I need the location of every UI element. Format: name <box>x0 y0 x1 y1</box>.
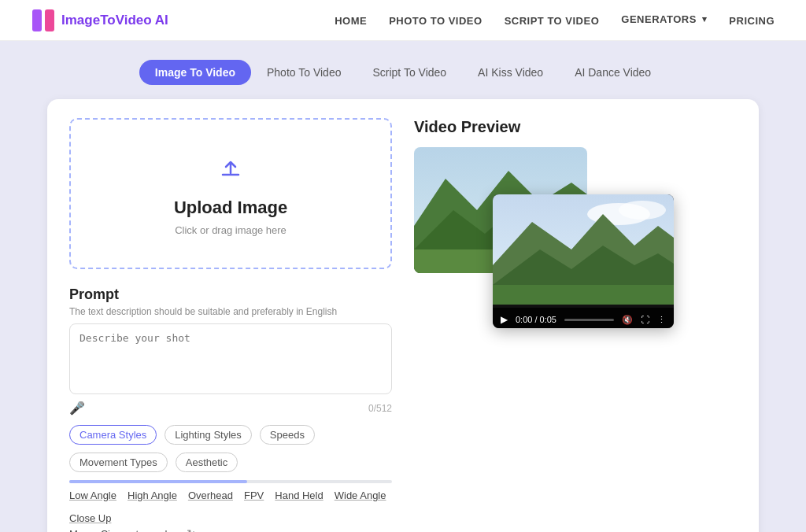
chevron-down-icon: ▾ <box>702 14 708 24</box>
option-low-angle[interactable]: Low Angle <box>69 490 116 501</box>
style-tab-lighting[interactable]: Lighting Styles <box>165 425 252 445</box>
main-area: Image To Video Photo To Video Script To … <box>0 41 806 532</box>
style-tab-camera[interactable]: Camera Styles <box>69 425 157 445</box>
video-preview-area: ▶ 0:00 / 0:05 🔇 ⛶ ⋮ <box>414 147 737 532</box>
prompt-section: Prompt The text description should be su… <box>69 286 392 416</box>
tab-image-to-video[interactable]: Image To Video <box>139 60 251 85</box>
upload-area[interactable]: Upload Image Click or drag image here <box>69 118 392 269</box>
tab-script-to-video[interactable]: Script To Video <box>357 60 462 85</box>
nav-links: HOME PHOTO TO VIDEO SCRIPT TO VIDEO GENE… <box>335 13 775 28</box>
video-preview-title: Video Preview <box>414 118 737 136</box>
left-panel: Upload Image Click or drag image here Pr… <box>69 118 392 532</box>
logo-text: ImageToVideo AI <box>61 13 168 28</box>
prompt-hint: The text description should be suitable … <box>69 306 392 317</box>
tab-ai-dance-video[interactable]: AI Dance Video <box>559 60 667 85</box>
refresh-icon[interactable]: ↻ <box>187 527 196 532</box>
nav-photo-to-video[interactable]: PHOTO TO VIDEO <box>389 15 482 27</box>
nav-pricing[interactable]: PRICING <box>729 15 775 27</box>
option-fpv[interactable]: FPV <box>244 490 264 501</box>
style-tabs: Camera Styles Lighting Styles Speeds Mov… <box>69 425 392 472</box>
video-controls: ▶ 0:00 / 0:05 🔇 ⛶ ⋮ <box>493 308 674 328</box>
more-options-icon[interactable]: ⋮ <box>657 315 666 325</box>
fullscreen-icon[interactable]: ⛶ <box>641 315 649 324</box>
mic-icon[interactable]: 🎤 <box>69 401 85 416</box>
option-overhead[interactable]: Overhead <box>188 490 233 501</box>
option-high-angle[interactable]: High Angle <box>128 490 177 501</box>
tab-photo-to-video[interactable]: Photo To Video <box>251 60 357 85</box>
option-wide-angle[interactable]: Wide Angle <box>335 490 386 501</box>
prompt-title: Prompt <box>69 286 392 303</box>
tab-ai-kiss-video[interactable]: AI Kiss Video <box>462 60 559 85</box>
svg-point-8 <box>619 201 666 220</box>
style-scroll-bar <box>69 480 392 483</box>
camera-options-row2: Macro Cinematography ↻ <box>69 527 392 532</box>
style-tab-aesthetic[interactable]: Aesthetic <box>176 453 238 472</box>
nav-generators[interactable]: GENERATORS ▾ <box>621 13 707 25</box>
prompt-input[interactable] <box>69 323 392 394</box>
prompt-footer: 🎤 0/512 <box>69 401 392 416</box>
option-close-up[interactable]: Close Up <box>69 512 111 524</box>
upload-subtitle: Click or drag image here <box>87 224 375 236</box>
style-tab-movement[interactable]: Movement Types <box>69 453 168 472</box>
tabs-bar: Image To Video Photo To Video Script To … <box>47 60 759 85</box>
time-display: 0:00 / 0:05 <box>516 315 556 324</box>
volume-icon[interactable]: 🔇 <box>622 315 633 325</box>
style-tab-speeds[interactable]: Speeds <box>260 425 315 445</box>
style-scroll-thumb <box>69 480 247 483</box>
char-count: 0/512 <box>368 403 392 414</box>
video-player: ▶ 0:00 / 0:05 🔇 ⛶ ⋮ <box>493 194 674 328</box>
navbar: ImageToVideo AI HOME PHOTO TO VIDEO SCRI… <box>0 0 806 41</box>
logo: ImageToVideo AI <box>31 9 168 32</box>
style-scroll <box>69 480 392 483</box>
svg-rect-11 <box>493 285 674 305</box>
nav-home[interactable]: HOME <box>335 15 367 27</box>
option-hand-held[interactable]: Hand Held <box>275 490 323 501</box>
progress-bar[interactable] <box>564 319 614 321</box>
play-button[interactable]: ▶ <box>501 314 508 325</box>
svg-rect-0 <box>32 9 42 31</box>
svg-rect-1 <box>45 9 54 31</box>
right-panel: Video Preview <box>414 118 737 532</box>
logo-icon <box>31 9 55 32</box>
upload-icon <box>87 151 375 190</box>
camera-options-row1: Low Angle High Angle Overhead FPV Hand H… <box>69 490 392 524</box>
nav-script-to-video[interactable]: SCRIPT TO VIDEO <box>505 15 600 27</box>
upload-title: Upload Image <box>87 198 375 218</box>
option-macro[interactable]: Macro Cinematography <box>69 528 176 533</box>
main-card: Upload Image Click or drag image here Pr… <box>47 99 759 532</box>
